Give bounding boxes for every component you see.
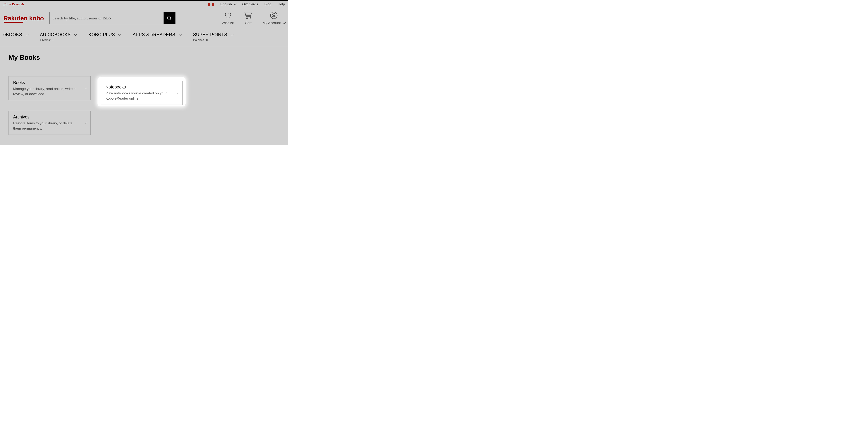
card-notebooks-desc: View notebooks you've created on your Ko…	[105, 91, 178, 101]
card-books[interactable]: Books Manage your library, read online, …	[8, 76, 91, 100]
top-bar: Earn Rewards ✦ English Gift Cards Blog H…	[0, 1, 288, 8]
country-flag-canada[interactable]: ✦	[208, 3, 214, 6]
nav-super-points[interactable]: SUPER POINTS Balance: 0	[193, 32, 233, 42]
nav-super-points-label: SUPER POINTS	[193, 32, 227, 37]
chevron-down-icon	[25, 33, 29, 36]
chevron-down-icon	[118, 33, 121, 36]
card-books-title: Books	[13, 80, 86, 85]
card-archives-title: Archives	[13, 115, 86, 120]
gift-cards-link[interactable]: Gift Cards	[242, 2, 258, 6]
my-account-label: My Account	[263, 21, 281, 25]
svg-point-0	[167, 16, 171, 20]
wishlist-link[interactable]: Wishlist	[222, 11, 234, 25]
card-archives[interactable]: Archives Restore items to your library, …	[8, 111, 91, 135]
nav-ebooks[interactable]: eBOOKS	[3, 32, 28, 42]
earn-rewards-link[interactable]: Earn Rewards	[3, 2, 24, 6]
header: Rakuten kobo Wishlist	[0, 8, 288, 28]
search-icon	[167, 16, 172, 21]
card-archives-desc: Restore items to your library, or delete…	[13, 121, 86, 131]
nav-ebooks-label: eBOOKS	[3, 32, 22, 37]
chevron-down-icon	[230, 33, 234, 36]
logo-text: Rakuten kobo	[3, 14, 44, 22]
heart-icon	[224, 11, 232, 20]
logo-underline	[3, 22, 24, 23]
nav-audiobooks-label: AUDIOBOOKS	[40, 32, 71, 37]
search-button[interactable]	[163, 12, 175, 24]
search-bar	[50, 12, 176, 24]
card-notebooks-title: Notebooks	[105, 85, 178, 90]
cart-link[interactable]: Cart	[244, 11, 253, 25]
my-account-menu[interactable]: My Account	[263, 11, 285, 25]
nav-kobo-plus[interactable]: KOBO PLUS	[88, 32, 120, 42]
help-link[interactable]: Help	[278, 2, 285, 6]
chevron-right-icon	[85, 88, 86, 89]
flag-canada-icon: ✦	[208, 3, 214, 6]
svg-point-2	[246, 18, 248, 19]
chevron-right-icon	[85, 122, 86, 123]
svg-line-1	[170, 19, 172, 20]
nav-super-points-balance: Balance: 0	[193, 38, 233, 42]
card-notebooks-highlighted[interactable]: Notebooks View notebooks you've created …	[101, 81, 183, 105]
chevron-down-icon	[283, 21, 286, 24]
svg-point-3	[250, 18, 251, 19]
nav-audiobooks-credits: Credits: 0	[40, 38, 76, 42]
nav-apps-label: APPS & eREADERS	[133, 32, 175, 37]
nav-kobo-plus-label: KOBO PLUS	[88, 32, 115, 37]
chevron-right-icon	[177, 92, 178, 93]
wishlist-label: Wishlist	[222, 21, 234, 25]
nav-audiobooks[interactable]: AUDIOBOOKS Credits: 0	[40, 32, 76, 42]
blog-link[interactable]: Blog	[265, 2, 271, 6]
cart-label: Cart	[245, 21, 252, 25]
card-books-desc: Manage your library, read online, write …	[13, 86, 86, 96]
language-label: English	[220, 2, 232, 6]
top-bar-right: ✦ English Gift Cards Blog Help	[208, 2, 285, 6]
svg-point-5	[273, 13, 275, 16]
user-icon	[270, 11, 278, 20]
cart-icon	[244, 11, 253, 20]
language-selector[interactable]: English	[220, 2, 236, 6]
search-input[interactable]	[50, 12, 163, 24]
nav-apps-ereaders[interactable]: APPS & eREADERS	[133, 32, 181, 42]
main-nav: eBOOKS AUDIOBOOKS Credits: 0 KOBO PLUS A…	[0, 28, 288, 46]
header-icons: Wishlist Cart My Account	[222, 11, 285, 25]
page-title: My Books	[8, 54, 280, 61]
kobo-logo[interactable]: Rakuten kobo	[3, 15, 44, 21]
chevron-down-icon	[74, 33, 77, 36]
chevron-down-icon	[179, 33, 182, 36]
chevron-down-icon	[234, 2, 237, 5]
